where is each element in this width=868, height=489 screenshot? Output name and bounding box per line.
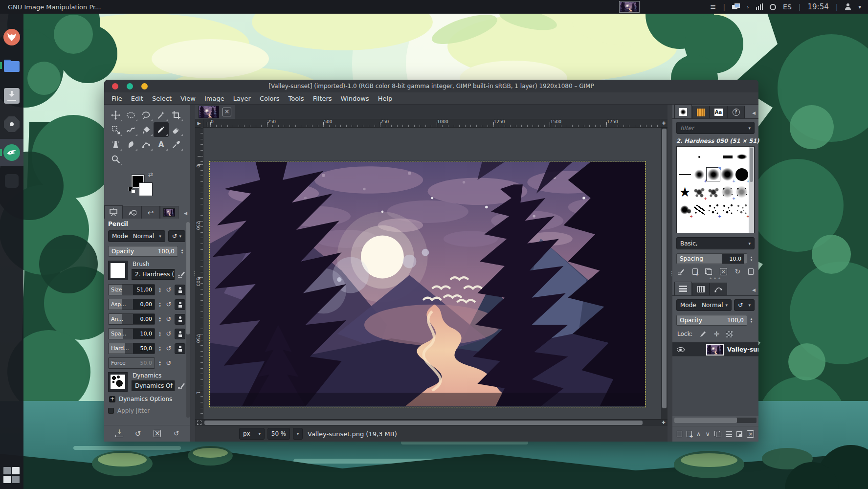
horizontal-ruler[interactable]: 02505007501000125015001750 [203,119,660,127]
swap-colors-icon[interactable]: ⇄ [148,171,153,178]
layer-row[interactable]: Valley-sunse [672,342,758,357]
brush-splat1[interactable]: + [692,185,706,199]
new-layer-icon[interactable] [677,431,682,437]
brush-line[interactable] [678,167,692,181]
brush-spray2[interactable] [734,185,749,199]
vertical-scrollbar[interactable] [661,128,668,419]
quick-mask-toggle[interactable] [195,420,203,426]
raise-layer-icon[interactable]: ∧ [696,430,701,438]
delete-brush-icon[interactable]: × [720,268,727,275]
menu-layer[interactable]: Layer [229,95,255,102]
brush-bar[interactable] [720,150,734,164]
dock-item-firefox[interactable] [0,23,23,51]
menu-windows[interactable]: Windows [336,95,374,102]
spinner[interactable]: ▴▾ [157,331,163,337]
refresh-brushes-icon[interactable]: ↻ [735,267,741,275]
ruler-menu-button[interactable]: ▶ [195,119,203,128]
menu-file[interactable]: File [107,95,127,102]
brush-blank[interactable] [678,150,692,164]
tablet-link-button[interactable] [175,329,185,339]
keyboard-layout[interactable]: ES [783,3,792,10]
tab-layers[interactable] [674,282,692,295]
tab-help[interactable]: ? [727,106,745,118]
collapse-dock-icon[interactable]: ◀ [752,288,756,292]
reset-tool-icon[interactable]: ↺ [174,430,179,437]
brush-marks[interactable] [692,202,706,217]
layer-mode-reset-button[interactable]: ↺ ▾ [734,299,755,311]
horizontal-scrollbar[interactable] [203,420,660,426]
edit-dynamics-icon[interactable] [178,382,185,389]
navigation-button[interactable]: ✚ [660,420,668,426]
window-preview-thumbnail[interactable] [619,1,640,13]
slider-track[interactable]: Hard...50,0 [108,343,155,354]
menu-edit[interactable]: Edit [127,95,148,102]
close-tab-icon[interactable]: × [223,108,231,116]
lock-alpha-icon[interactable] [726,331,733,337]
dock-splitter-dots[interactable]: ••• [672,276,758,281]
slider-track[interactable]: Asp...0,00 [108,299,155,310]
slider-track[interactable]: Spa...10,0 [108,328,155,339]
brush-dots2[interactable] [720,202,734,217]
edit-brush-icon[interactable] [178,271,185,278]
brush-star[interactable]: ★ [678,185,692,199]
image-tab[interactable]: × [195,105,235,119]
tool-options-scrollbar[interactable] [186,222,190,418]
zoom-level-field[interactable]: 50 % [267,428,290,440]
tab-patterns[interactable] [692,106,710,118]
tab-fonts[interactable]: Aa [710,106,727,118]
reset-icon[interactable]: ↺ [165,315,173,323]
vertical-ruler[interactable]: 02505007501 [195,128,203,419]
windows-indicator-icon[interactable] [732,3,740,10]
tool-paths[interactable] [138,137,154,152]
status-ring-icon[interactable] [770,4,776,10]
zoom-image-button[interactable]: ✚ [660,119,668,128]
brush-name-field[interactable]: 2. Hardness ( [132,269,175,280]
user-menu-icon[interactable] [845,3,851,10]
brush-soft-m[interactable]: + [720,167,734,181]
spinner[interactable]: ▴▾ [157,346,163,352]
spinner[interactable]: ▴▾ [157,287,163,293]
dock-item-inactive-app[interactable] [0,167,23,195]
window-titlebar[interactable]: [Valley-sunset] (imported)-1.0 (RGB colo… [104,80,758,92]
tab-image-thumbnail[interactable] [160,206,178,219]
menu-filters[interactable]: Filters [309,95,336,102]
lower-layer-icon[interactable]: ∨ [705,430,710,438]
layer-opacity-spinner[interactable]: ▴▾ [748,315,755,326]
left-panel-splitter[interactable] [190,105,195,442]
anchor-layer-icon[interactable] [736,431,742,437]
apply-jitter-row[interactable]: Apply Jitter [108,407,185,414]
layer-opacity-slider[interactable]: Opacity 100,0 [676,315,747,326]
layers-scrollbar[interactable] [674,418,757,423]
brush-ellipse[interactable] [734,150,749,164]
opacity-spinner[interactable]: ▴▾ [179,246,185,257]
menu-colors[interactable]: Colors [255,95,284,102]
tool-fuzzy-select[interactable] [154,108,169,122]
spacing-slider[interactable]: Spacing 10,0 [676,253,747,264]
tablet-link-button[interactable] [175,299,185,310]
tool-unified-transform[interactable] [108,122,123,137]
tab-undo-history[interactable]: ↩ [141,206,160,219]
new-brush-icon[interactable] [692,268,698,275]
brush-spray1[interactable]: + [720,185,734,199]
slider-track[interactable]: An...0,00 [108,313,155,325]
restore-preset-icon[interactable]: ↺ [135,429,141,438]
brush-dot-tiny[interactable] [692,150,706,164]
menu-image[interactable]: Image [200,95,229,102]
brush-dots3[interactable]: + [734,202,749,217]
tab-channels[interactable] [692,283,710,295]
menu-select[interactable]: Select [148,95,176,102]
layer-name[interactable]: Valley-sunse [727,346,758,353]
tool-smudge[interactable] [123,137,138,152]
volume-icon[interactable] [756,4,763,10]
tool-airbrush[interactable] [108,137,123,152]
clock[interactable]: 19:54 [808,3,829,11]
dock-item-settings[interactable] [0,111,23,138]
brush-preview[interactable] [108,261,128,280]
mode-reset-button[interactable]: ↺ ▾ [168,230,185,242]
tab-paths[interactable] [710,283,727,295]
reset-icon[interactable]: ↺ [165,330,173,337]
brush-filter-field[interactable]: filter ▾ [676,122,755,134]
new-layer-group-icon[interactable] [687,431,692,437]
delete-layer-icon[interactable]: × [747,430,754,438]
show-applications-button[interactable] [3,467,20,483]
